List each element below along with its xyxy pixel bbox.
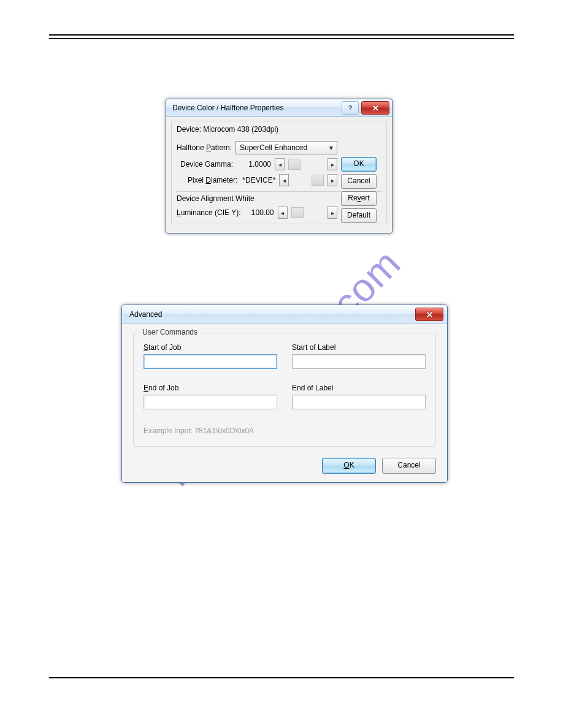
- start-of-job-underline: S: [144, 343, 148, 352]
- halftone-pattern-value: SuperCell Enhanced: [240, 143, 307, 152]
- device-value: Microcom 438 (203dpi): [203, 125, 278, 134]
- commands-grid: Start of Job Start of Label End of Job E…: [144, 343, 426, 409]
- page-rule-top-2: [49, 38, 514, 39]
- dialog2-body: User Commands Start of Job Start of Labe…: [122, 324, 447, 482]
- device-gamma-label: Device Gamma:: [180, 160, 233, 169]
- revert-suffix: ert: [361, 194, 370, 202]
- gamma-decrement-button[interactable]: ◂: [275, 158, 285, 170]
- end-of-job-underline: E: [144, 384, 148, 392]
- cancel-button[interactable]: Cancel: [382, 458, 436, 474]
- ok-suffix: K: [350, 461, 354, 469]
- end-of-job-field: End of Job: [144, 384, 277, 409]
- user-commands-legend: User Commands: [140, 328, 200, 336]
- close-button[interactable]: ✕: [415, 308, 443, 321]
- halftone-pattern-row: Halftone Pattern: SuperCell Enhanced ▼: [177, 141, 381, 154]
- dialog1-body: Device: Microcom 438 (203dpi) Halftone P…: [166, 117, 392, 233]
- example-label: Example Input:: [144, 427, 193, 435]
- device-color-halftone-dialog: Device Color / Halftone Properties ? ✕ D…: [166, 99, 393, 233]
- gamma-increment-button[interactable]: ▸: [327, 158, 337, 170]
- pixel-decrement-button[interactable]: ◂: [279, 174, 289, 186]
- start-of-job-input[interactable]: [144, 354, 277, 369]
- device-gamma-value: 1.0000: [237, 160, 271, 169]
- dialog1-titlebar[interactable]: Device Color / Halftone Properties ? ✕: [166, 99, 392, 117]
- dialog2-footer: OK Cancel: [133, 458, 436, 474]
- pixel-track[interactable]: [312, 175, 324, 186]
- luminance-track[interactable]: [291, 207, 304, 218]
- dialog2-title: Advanced: [129, 310, 413, 319]
- halftone-label-suffix: attern:: [211, 143, 232, 152]
- halftone-pattern-label: Halftone Pattern:: [177, 143, 232, 152]
- device-line: Device: Microcom 438 (203dpi): [177, 125, 381, 134]
- start-of-job-field: Start of Job: [144, 343, 277, 369]
- example-input-hint: Example Input: ?81&1\0x0D\0x0A: [144, 427, 426, 435]
- pixel-diameter-value: *DEVICE*: [241, 176, 275, 184]
- luminance-label-underline: L: [177, 208, 181, 217]
- luminance-label-suffix: uminance (CIE Y):: [181, 208, 241, 217]
- user-commands-group: User Commands Start of Job Start of Labe…: [133, 333, 436, 447]
- revert-button[interactable]: Revert: [341, 191, 377, 206]
- end-of-label-input[interactable]: [292, 395, 426, 409]
- luminance-increment-button[interactable]: ▸: [327, 207, 337, 219]
- default-button[interactable]: Default: [341, 208, 377, 223]
- end-of-label-label: End of Label: [292, 384, 426, 392]
- pixel-label-underline: D: [205, 176, 211, 184]
- luminance-decrement-button[interactable]: ◂: [278, 207, 288, 219]
- advanced-dialog: Advanced ✕ User Commands Start of Job St…: [121, 305, 448, 483]
- help-button[interactable]: ?: [342, 101, 359, 115]
- end-of-job-input[interactable]: [144, 395, 277, 409]
- dialog2-titlebar[interactable]: Advanced ✕: [122, 305, 447, 324]
- example-value: ?81&1\0x0D\0x0A: [194, 427, 254, 435]
- pixel-label-prefix: Pixel: [188, 176, 205, 184]
- start-of-label-label: Start of Label: [292, 343, 426, 352]
- start-of-job-suffix: tart of Job: [148, 343, 181, 352]
- start-of-label-field: Start of Label: [292, 343, 426, 369]
- page-rule-bottom: [49, 677, 514, 678]
- device-label: Device:: [177, 125, 201, 134]
- ok-button[interactable]: OK: [341, 157, 377, 172]
- dialog1-button-column: OK Cancel Revert Default: [341, 157, 377, 223]
- luminance-label: Luminance (CIE Y):: [177, 208, 241, 217]
- gamma-track[interactable]: [288, 159, 301, 170]
- start-of-label-input[interactable]: [292, 354, 426, 369]
- end-of-job-suffix: nd of Job: [148, 384, 178, 392]
- ok-button[interactable]: OK: [322, 458, 376, 474]
- luminance-value: 100.00: [245, 208, 274, 217]
- end-of-job-label: End of Job: [144, 384, 277, 392]
- pixel-label-suffix: iameter:: [211, 176, 237, 184]
- halftone-pattern-combo[interactable]: SuperCell Enhanced ▼: [236, 141, 337, 154]
- cancel-button[interactable]: Cancel: [341, 174, 377, 189]
- dialog1-title: Device Color / Halftone Properties: [172, 104, 339, 112]
- device-group: Device: Microcom 438 (203dpi) Halftone P…: [171, 121, 387, 224]
- page-rule-top-1: [49, 34, 514, 36]
- close-button[interactable]: ✕: [361, 101, 389, 115]
- halftone-label-underline: P: [206, 143, 211, 152]
- revert-prefix: Re: [348, 194, 357, 202]
- ok-underline: O: [343, 461, 349, 469]
- pixel-increment-button[interactable]: ▸: [327, 174, 337, 186]
- halftone-label-prefix: Halftone: [177, 143, 206, 152]
- start-of-job-label: Start of Job: [144, 343, 277, 352]
- pixel-diameter-label: Pixel Diameter:: [188, 176, 237, 184]
- chevron-down-icon: ▼: [328, 145, 334, 151]
- end-of-label-field: End of Label: [292, 384, 426, 409]
